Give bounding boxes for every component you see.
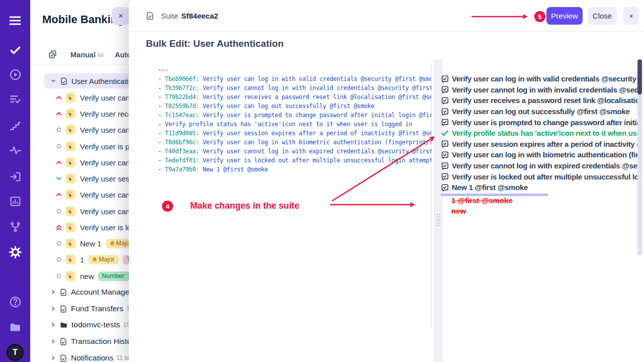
priority-high-icon	[55, 192, 62, 197]
plans-list-check-icon[interactable]	[0, 93, 30, 106]
suite-id: Sf84eeca2	[181, 12, 218, 20]
branch-icon[interactable]	[0, 221, 30, 233]
project-drawer: Mobile Banking × Manual84 Auto User Auth…	[30, 0, 129, 362]
editor-line: - T8d6bf96c: Verify user can log in with…	[158, 138, 431, 147]
manual-test-icon	[65, 254, 75, 264]
folder-row[interactable]: Transaction History	[30, 333, 129, 349]
chevron-down-icon[interactable]	[50, 78, 56, 84]
help-icon[interactable]	[0, 296, 30, 308]
folder-count: 11 tests	[116, 354, 129, 361]
yaml-editor[interactable]: --- - Tbeb9066f: Verify user can log in …	[158, 65, 431, 181]
test-row[interactable]: Verify user receives a password reset li…	[30, 106, 129, 122]
manual-test-icon	[65, 190, 75, 200]
manual-test-icon	[65, 238, 75, 248]
preview-item: Verify user can log out successfully @fi…	[441, 106, 638, 117]
priority-high-icon	[55, 111, 62, 116]
editor-line: - T02559b7d: Verify user can log out suc…	[158, 102, 431, 111]
test-row[interactable]: Verify user can log in with valid creden…	[30, 89, 129, 106]
test-row[interactable]: new Number: 3	[30, 268, 129, 284]
test-row[interactable]: Verify user cannot log in with invalid c…	[30, 122, 129, 138]
modal-x-button[interactable]: ×	[623, 7, 639, 25]
annotation-step-4: 4	[162, 201, 173, 212]
runs-play-icon[interactable]	[0, 68, 30, 81]
test-label: Verify user can log in with valid creden…	[80, 94, 129, 102]
priority-low-icon	[55, 176, 62, 181]
task-check-icon	[441, 75, 449, 83]
tab-auto[interactable]: Auto	[115, 51, 129, 59]
test-id: T79b22bd4:	[165, 94, 199, 101]
test-label: Verify user session expires after a peri…	[80, 174, 129, 183]
account-avatar[interactable]: T	[7, 344, 24, 361]
test-id: Tbeb9066f:	[165, 75, 199, 82]
manual-test-icon	[65, 271, 75, 281]
deleted-item: new	[451, 207, 466, 215]
priority-normal-icon	[55, 240, 62, 246]
folder-row[interactable]: Notifications 11 tests	[30, 350, 129, 362]
annotation-step-5: 5	[534, 11, 545, 22]
folder-count: 19 tests	[123, 321, 129, 328]
chevron-right-icon[interactable]	[50, 322, 56, 328]
test-label: new	[80, 272, 94, 281]
activity-pulse-icon[interactable]	[0, 144, 30, 156]
settings-gear-icon[interactable]	[0, 246, 30, 258]
test-label: Verify user cannot log in with invalid c…	[80, 126, 129, 134]
folder-row[interactable]: todomvc-tests 19 tests	[30, 317, 129, 333]
preview-item: New 1 @first @smoke	[441, 182, 638, 193]
test-row[interactable]: Verify user can log out successfully	[30, 154, 129, 170]
drag-dots-icon	[436, 213, 441, 227]
preview-item: Verify user cannot log in with expired c…	[441, 160, 638, 171]
suite-doc-icon	[145, 11, 154, 21]
manual-test-icon	[65, 93, 75, 103]
manual-test-icon	[65, 141, 75, 151]
menu-icon[interactable]	[0, 15, 30, 27]
test-row[interactable]: Verify user cannot log in with expired c…	[30, 203, 129, 219]
suite-doc-icon	[59, 354, 67, 362]
test-row[interactable]: Verify user is locked out after multiple…	[30, 219, 129, 235]
priority-high-icon	[55, 95, 62, 100]
priority-normal-icon	[55, 143, 62, 149]
preview-scrollbar-thumb[interactable]	[637, 59, 642, 95]
bulk-edit-modal: Suite Sf84eeca2 Preview Close × Bulk Edi…	[129, 0, 644, 362]
tests-check-icon[interactable]	[0, 44, 30, 56]
task-check-icon	[441, 172, 449, 180]
tree-suite-row[interactable]: User Authentication	[44, 73, 129, 88]
preview-item: Verify user is prompted to change passwo…	[441, 117, 638, 128]
chevron-right-icon[interactable]	[50, 338, 56, 344]
chevron-right-icon[interactable]	[50, 306, 56, 312]
test-label: Verify user can log out successfully	[80, 158, 129, 167]
chevron-right-icon[interactable]	[50, 289, 56, 295]
test-label: New 1	[80, 239, 102, 248]
folder-label: Fund Transfers	[71, 304, 123, 313]
task-check-icon	[441, 97, 449, 105]
number-badge: Number: 3	[98, 272, 129, 281]
tab-manual[interactable]: Manual84	[70, 51, 104, 59]
test-row[interactable]: Verify user session expires after a peri…	[30, 170, 129, 187]
editor-line: - Tedefdf01: Verify user is locked out a…	[158, 156, 431, 165]
editor-line: ---	[158, 65, 431, 74]
test-row[interactable]: New 1 Major	[30, 235, 129, 251]
test-id: Tedefdf01:	[165, 157, 199, 164]
import-signin-icon[interactable]	[0, 170, 30, 183]
suite-doc-icon	[59, 337, 67, 346]
test-row[interactable]: Verify user can log in with biometric au…	[30, 187, 129, 203]
test-row[interactable]: Verify user is prompted to change passwo…	[30, 138, 129, 154]
suite-doc-icon	[59, 288, 67, 297]
close-button[interactable]: Close	[588, 7, 617, 25]
drawer-close-button[interactable]: ×	[112, 7, 129, 25]
chevron-right-icon[interactable]	[50, 355, 56, 361]
app-root: T Mobile Banking × Manual84 Auto User Au…	[0, 0, 644, 362]
reports-chart-icon[interactable]	[0, 195, 30, 208]
steps-icon[interactable]	[0, 120, 30, 132]
projects-folder-icon[interactable]	[0, 321, 30, 334]
suite-doc-icon	[60, 77, 68, 85]
folder-row[interactable]: Account Management	[30, 284, 129, 300]
preview-item: Verify user receives a password reset li…	[441, 95, 638, 106]
preview-button[interactable]: Preview	[546, 7, 583, 25]
editor-line: - Tb39b7f2c: Verify user cannot log in w…	[158, 83, 431, 93]
test-id: T9a7a79b9:	[165, 166, 199, 173]
task-check-icon	[441, 108, 449, 116]
test-row[interactable]: 1 Major To	[30, 251, 129, 267]
test-label: Verify user can log in with biometric au…	[80, 191, 129, 199]
test-tree: User Authentication Verify user can log …	[30, 70, 129, 362]
folder-row[interactable]: Fund Transfers 12 tests	[30, 301, 129, 317]
